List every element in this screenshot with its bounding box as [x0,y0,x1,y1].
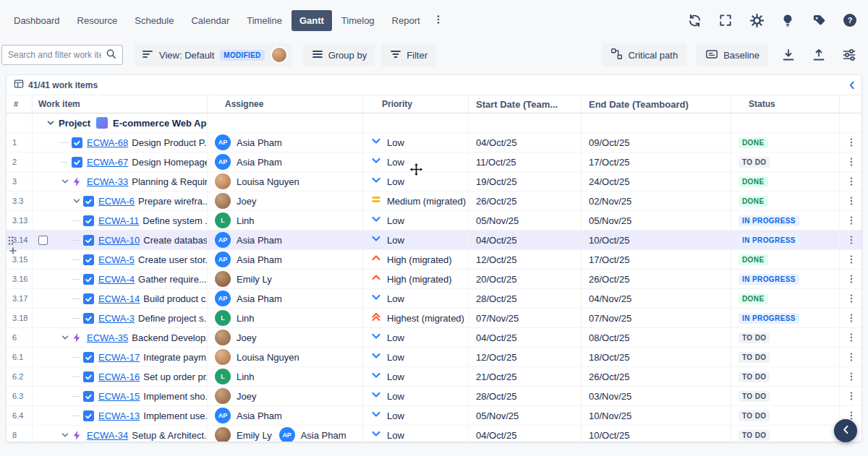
end-date-cell[interactable]: 05/Nov/25 [582,211,731,230]
assignee-cell[interactable]: LLinh [208,211,363,230]
row-menu-button[interactable] [840,309,862,327]
work-item-row[interactable]: 8ECWA-34Setup & Architect...Emily LyAPAs… [7,426,861,442]
lightbulb-icon[interactable] [778,11,797,30]
tab-report[interactable]: Report [384,10,428,31]
tab-timelog[interactable]: Timelog [333,10,383,31]
nav-more-button[interactable] [430,9,447,32]
row-menu-button[interactable] [840,192,862,210]
start-date-cell[interactable]: 04/Oct/25 [469,133,582,152]
status-cell[interactable]: IN PROGRESS [731,270,840,288]
critical-path-button[interactable]: Critical path [602,43,686,66]
row-menu-button[interactable] [840,231,862,249]
work-item-row[interactable]: 3.13ECWA-11Define system ...LLinhLow05/N… [7,211,861,231]
chevron-down-icon[interactable] [59,176,72,186]
row-menu-button[interactable] [840,348,862,366]
end-date-cell[interactable]: 18/Oct/25 [582,348,731,366]
sync-icon[interactable] [685,11,704,30]
assignee-cell[interactable]: Joey [208,192,363,210]
start-date-cell[interactable]: 07/Nov/25 [469,309,582,327]
row-menu-button[interactable] [840,367,862,386]
work-item-key[interactable]: ECWA-16 [98,371,140,382]
tab-schedule[interactable]: Schedule [127,10,182,31]
work-item-row[interactable]: 6.2ECWA-16Set up order pr...LLinhLow21/O… [7,367,861,387]
end-date-cell[interactable]: 09/Oct/25 [582,133,731,152]
row-menu-button[interactable] [840,289,862,308]
work-item-key[interactable]: ECWA-17 [98,352,140,363]
priority-cell[interactable]: Low [363,211,469,230]
work-item-row[interactable]: 6ECWA-35Backend Develop...JoeyLow04/Oct/… [7,328,861,348]
end-date-cell[interactable]: 10/Oct/25 [582,426,731,442]
assignee-cell[interactable]: Louisa Nguyen [208,348,363,366]
status-cell[interactable]: TO DO [731,406,840,425]
priority-cell[interactable]: Low [363,328,469,347]
work-item-key[interactable]: ECWA-13 [98,410,140,421]
assignee-cell[interactable]: Emily LyAPAsia Pham [208,426,363,442]
filter-button[interactable]: Filter [381,43,436,66]
header-start-date[interactable]: Start Date (Team... [469,95,582,113]
end-date-cell[interactable]: 24/Oct/25 [582,172,731,191]
status-cell[interactable]: DONE [731,250,840,269]
import-upload-icon[interactable] [809,45,829,65]
work-item-key[interactable]: ECWA-67 [87,157,128,168]
priority-cell[interactable]: Low [363,348,469,366]
chevron-down-icon[interactable] [70,196,83,206]
header-assignee[interactable]: Assignee [208,95,363,113]
priority-cell[interactable]: Highest (migrated) [363,309,469,327]
assignee-cell[interactable]: APAsia Pham [208,231,363,249]
end-date-cell[interactable]: 17/Oct/25 [582,250,731,269]
work-item-row[interactable]: 3.16ECWA-4Gather require...Emily LyHigh … [7,270,861,289]
assignee-cell[interactable]: Joey [208,328,363,347]
row-checkbox[interactable] [38,236,48,245]
tab-gantt[interactable]: Gantt [292,10,332,31]
settings-gear-icon[interactable] [747,11,766,30]
end-date-cell[interactable]: 04/Nov/25 [582,289,731,308]
status-cell[interactable]: TO DO [731,367,840,386]
view-selector[interactable]: View: Default MODIFIED [135,43,292,66]
tab-timeline[interactable]: Timeline [239,10,290,31]
start-date-cell[interactable]: 28/Oct/25 [469,387,582,405]
status-cell[interactable]: DONE [731,289,840,308]
row-menu-button[interactable] [840,387,862,405]
work-item-row[interactable]: 1ECWA-68Design Product P...APAsia PhamLo… [7,133,861,152]
row-menu-button[interactable] [840,270,862,288]
chevron-down-icon[interactable] [59,430,72,440]
assignee-cell[interactable]: Louisa Nguyen [208,172,363,191]
assignee-cell[interactable]: Emily Ly [208,270,363,288]
start-date-cell[interactable]: 12/Oct/25 [469,348,582,366]
priority-cell[interactable]: Low [363,289,469,308]
work-item-key[interactable]: ECWA-15 [98,391,140,402]
collapse-panel-icon[interactable] [847,80,857,90]
priority-cell[interactable]: Low [363,172,469,191]
tab-calendar[interactable]: Calendar [183,10,237,31]
header-number[interactable]: # [7,95,33,113]
priority-cell[interactable]: High (migrated) [363,250,469,269]
status-cell[interactable]: DONE [731,172,840,191]
header-priority[interactable]: Priority [363,95,469,113]
row-menu-button[interactable] [840,133,862,152]
assignee-cell[interactable]: APAsia Pham [208,133,363,152]
assignee-cell[interactable]: LLinh [208,309,363,327]
project-row[interactable]: Project E-commerce Web Application (ECWA… [7,113,861,133]
search-input[interactable] [8,50,101,60]
tag-icon[interactable] [809,11,828,30]
work-item-key[interactable]: ECWA-10 [98,235,140,246]
search-box[interactable] [1,45,123,65]
tab-dashboard[interactable]: Dashboard [6,10,68,31]
assignee-cell[interactable]: APAsia Pham [208,152,363,171]
assignee-cell[interactable]: APAsia Pham [208,406,363,425]
tab-resource[interactable]: Resource [69,10,126,31]
work-item-key[interactable]: ECWA-11 [98,215,139,226]
row-menu-button[interactable] [840,172,862,191]
start-date-cell[interactable]: 04/Oct/25 [469,231,582,249]
add-row-plus-icon[interactable] [8,246,18,256]
end-date-cell[interactable]: 26/Oct/25 [582,367,731,386]
status-cell[interactable]: DONE [731,192,840,210]
work-item-key[interactable]: ECWA-34 [87,430,128,441]
work-item-key[interactable]: ECWA-33 [87,176,128,187]
group-by-button[interactable]: Group by [303,43,375,66]
end-date-cell[interactable]: 07/Nov/25 [582,309,731,327]
work-item-key[interactable]: ECWA-68 [87,137,128,148]
assignee-cell[interactable]: Joey [208,387,363,405]
status-cell[interactable]: IN PROGRESS [731,231,840,249]
start-date-cell[interactable]: 28/Oct/25 [469,289,582,308]
